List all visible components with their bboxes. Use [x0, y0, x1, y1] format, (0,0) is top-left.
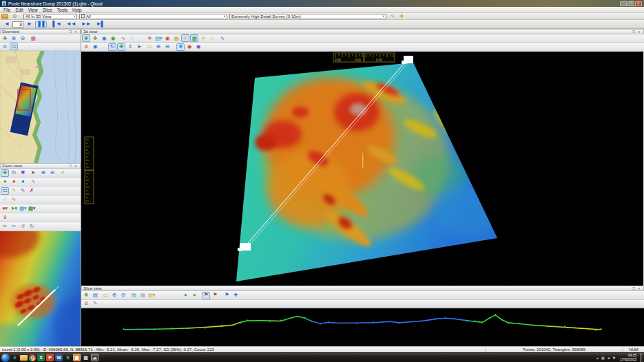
slice-edit-icon[interactable]: ✎ [91, 300, 99, 308]
nav-last-button[interactable]: ►▌ [94, 21, 107, 28]
hillshade-icon[interactable]: ▦ [172, 34, 180, 42]
view3d-pan-icon[interactable]: ✥ [82, 34, 90, 42]
slice-pan-icon[interactable]: ✥ [82, 292, 90, 299]
nav-forward-button[interactable]: ►► [79, 21, 93, 28]
panel-close-icon[interactable]: ✕ [73, 164, 79, 168]
display-colormap-icon[interactable]: ▦▾ [19, 205, 27, 213]
select-rectangle-icon[interactable]: ▭ [1, 187, 9, 195]
rotate-3d-icon[interactable]: ↻ [108, 43, 116, 51]
point-pick-icon[interactable]: ✱ [176, 43, 185, 51]
zoom-rotate-icon[interactable]: ↻ [10, 169, 18, 177]
open-folder-icon[interactable] [1, 14, 8, 19]
measure-3d-icon[interactable]: ◉ [194, 43, 202, 51]
show-desktop-button[interactable] [640, 353, 643, 362]
display-tin-icon[interactable]: ▩▾ [28, 205, 36, 213]
utility-app-icon[interactable]: ▦ [82, 354, 90, 361]
slice-palette-icon[interactable]: ▤▾ [147, 292, 156, 299]
all-filter-combobox[interactable]: All ▾ [79, 14, 227, 19]
nav-prev-button[interactable]: ◄ [2, 21, 11, 28]
view3d-fit-icon[interactable]: ✥ [91, 34, 99, 42]
qps-app-icon[interactable]: S [64, 354, 72, 361]
overview-zoom-out-icon[interactable]: ⊖ [19, 34, 27, 42]
select-3d-icon[interactable]: ▭ [145, 43, 154, 51]
tray-flag-icon[interactable]: ⚑ [612, 355, 616, 361]
slice-save-icon[interactable]: ▤ [91, 292, 99, 299]
pointer-3d-icon[interactable]: ➤ [135, 43, 143, 51]
survey-dropdown[interactable]: Extremely High Detail Survey (0-10m) ▾ [229, 14, 386, 19]
panel-float-icon[interactable]: ❐ [67, 30, 73, 34]
menu-slice[interactable]: Slice [41, 8, 54, 12]
onedrive-icon[interactable]: ☁ [91, 354, 98, 361]
display-vectors-icon[interactable]: ➤▾ [10, 205, 18, 213]
nav-play-button[interactable]: ► [25, 21, 34, 28]
flag-marker-icon[interactable]: ⚑ [222, 292, 231, 299]
display-points-icon[interactable]: ●▾ [1, 205, 9, 213]
point-cloud-icon[interactable]: ∴ [1, 196, 9, 204]
slice-select-icon[interactable]: ▭ [101, 292, 110, 299]
flag-reject-icon[interactable]: ⚑ [202, 292, 210, 299]
panel-close-icon[interactable]: ✕ [636, 30, 642, 34]
view3d-viewport[interactable]: 3.00 0.00 0.00 [81, 52, 643, 286]
page-number-input[interactable] [12, 21, 23, 28]
eye-3d-icon[interactable]: ◉ [91, 43, 99, 51]
undo-icon[interactable]: ↺ [19, 223, 27, 231]
overview-zoom-in-icon[interactable]: ⊕ [10, 34, 18, 42]
panel-float-icon[interactable]: ❐ [631, 30, 636, 34]
light-secondary-icon[interactable]: ☀ [199, 34, 207, 42]
background-toggle-icon[interactable]: ● [208, 34, 216, 42]
powerpoint-icon[interactable]: P [46, 354, 54, 361]
survey-edit-icon[interactable]: ✎ [388, 12, 397, 20]
win-minimize-icon[interactable]: ─ [620, 1, 627, 6]
zoom-vertical-icon[interactable]: ⇕ [126, 43, 134, 51]
view3d-camera-icon[interactable]: ◉ [100, 34, 108, 42]
points-display-icon[interactable]: ✱ [145, 34, 154, 42]
overview-layers-icon[interactable]: ▦ [29, 34, 37, 42]
win-close-icon[interactable]: ✕ [635, 1, 642, 6]
start-orb-icon[interactable] [1, 354, 10, 362]
slice-profile-area[interactable] [81, 308, 644, 346]
menu-edit[interactable]: Edit [13, 8, 25, 12]
edit-polygon-icon[interactable]: ✎ [19, 187, 27, 195]
slice-colormap-icon[interactable]: ▤ [129, 292, 138, 299]
colormap-3d-icon[interactable]: ▦ [190, 34, 198, 42]
slice-grid-icon[interactable]: ▦ [138, 292, 147, 299]
slice-profile-chart[interactable] [81, 308, 643, 346]
redo-icon[interactable]: ↻ [28, 223, 36, 231]
slice-zoom-in-icon[interactable]: ⊕ [110, 292, 118, 299]
file-explorer-icon[interactable] [20, 355, 28, 361]
overview-zoom-window-icon[interactable]: ⊙ [1, 43, 9, 50]
menu-file[interactable]: File [1, 8, 12, 12]
slice-stats-icon[interactable]: 8 [82, 300, 90, 308]
overview-map[interactable] [0, 51, 81, 163]
word-icon[interactable]: W [55, 354, 63, 361]
win-maximize-icon[interactable]: ❐ [627, 1, 634, 6]
zoom-in-3d-icon[interactable]: ⊕ [154, 43, 163, 51]
profile-tool-icon[interactable]: ∿ [218, 34, 227, 42]
taskbar-clock[interactable]: 09:25 17/02/2015 [618, 354, 638, 362]
panel-close-icon[interactable]: ✕ [636, 286, 642, 290]
colormap-range-icon[interactable]: ▤▾ [154, 34, 163, 42]
menu-tools[interactable]: Tools [55, 8, 70, 12]
nav-pause-button[interactable]: ❚❚ [35, 21, 47, 28]
delete-selection-icon[interactable]: ✗ [28, 187, 36, 195]
survey-new-icon[interactable]: ✚ [397, 12, 406, 20]
zoom-in-icon[interactable]: ⊕ [39, 169, 48, 177]
slice-points-tool-icon[interactable]: ∴ [128, 34, 136, 42]
nav-first-button[interactable]: ▌◄ [50, 21, 63, 28]
add-point-icon[interactable]: ✚ [231, 292, 240, 299]
overview-select-area-icon[interactable]: ▭ [10, 43, 18, 50]
tray-display-icon[interactable]: ▦ [601, 355, 605, 361]
draw-polygon-icon[interactable]: ✎ [10, 187, 18, 195]
menu-view[interactable]: View [26, 8, 40, 12]
split-tool-icon[interactable]: ✂ [10, 223, 18, 231]
zoom-pick-icon[interactable]: ➤ [29, 169, 37, 177]
flag-reject-all-icon[interactable]: ⚑ [211, 292, 219, 299]
chrome-icon[interactable] [29, 354, 36, 361]
stats-toggle-icon[interactable]: 8 [1, 214, 9, 222]
zoom-map[interactable] [0, 231, 81, 346]
slice-machine-icon[interactable]: ⚙ [10, 12, 19, 20]
zoom-out-3d-icon[interactable]: ⊖ [163, 43, 172, 51]
overview-pan-icon[interactable]: ✥ [1, 34, 9, 42]
accept-points-icon[interactable]: ● [181, 292, 189, 299]
point-reject-icon[interactable]: ● [10, 178, 18, 186]
